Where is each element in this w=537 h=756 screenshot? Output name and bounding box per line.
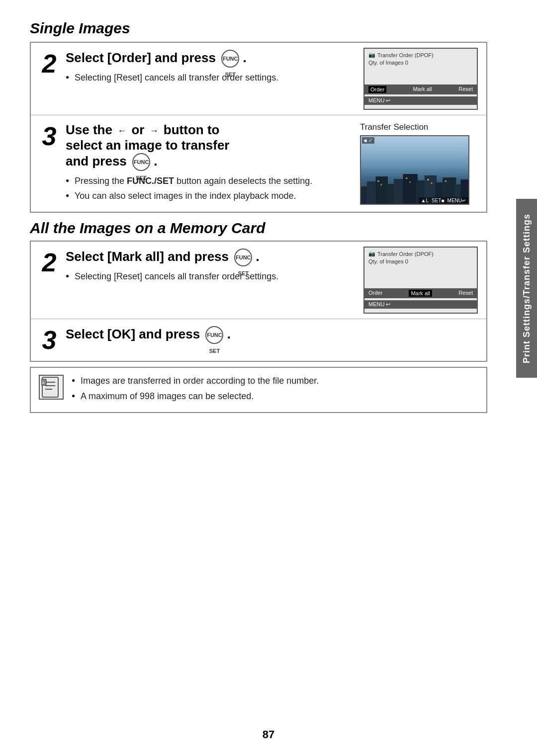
screen-qty-2b: Qty. of Images 0 xyxy=(368,258,473,264)
svg-rect-18 xyxy=(445,180,447,182)
step-3b-side xyxy=(357,319,486,361)
svg-text:≡: ≡ xyxy=(42,381,45,385)
btn-mark-all: Mark all xyxy=(413,86,432,93)
btn-mark-all-2b: Mark all xyxy=(409,290,432,297)
step-3-all: 3 Select [OK] and press FUNCSET . xyxy=(30,319,487,362)
page-content: Single Images 2 Select [Order] and press… xyxy=(0,0,517,756)
screen-qty-2a: Qty. of Images 0 xyxy=(368,60,473,66)
step-2b-content: Select [Mark all] and press FUNCSET . Se… xyxy=(66,242,357,319)
camera-screen-2b: 📷 Transfer Order (DPOF) Qty. of Images 0… xyxy=(363,247,478,314)
image-top-bar: ■ ✓ xyxy=(362,137,374,144)
transfer-screen-container: Transfer Selection xyxy=(360,122,479,205)
step-2-all: 2 Select [Mark all] and press FUNCSET . … xyxy=(30,241,487,319)
single-images-heading: Single Images xyxy=(30,20,487,37)
svg-rect-2 xyxy=(375,176,388,204)
btn-reset-2b: Reset xyxy=(458,290,473,297)
svg-rect-5 xyxy=(403,174,417,204)
note-icon: ≡ xyxy=(39,375,64,400)
func-set-icon-2b: FUNCSET xyxy=(234,249,252,266)
svg-rect-13 xyxy=(380,184,382,185)
note-content: Images are transferred in order accordin… xyxy=(72,375,478,405)
func-set-icon-3b: FUNCSET xyxy=(205,326,223,344)
arrow-left-icon: ← xyxy=(117,126,126,136)
step-2b-title: Select [Mark all] and press FUNCSET . xyxy=(66,249,349,266)
note-block: ≡ Images are transferred in order accord… xyxy=(30,367,487,413)
transfer-label: Transfer Selection xyxy=(360,122,479,132)
bullet-item: Selecting [Reset] cancels all transfer o… xyxy=(66,270,349,283)
btn-order: Order xyxy=(368,86,386,93)
bullet-item: You can also select images in the index … xyxy=(66,190,347,202)
step-2a-bullets: Selecting [Reset] cancels all transfer o… xyxy=(66,72,349,84)
screen-title-2a: 📷 Transfer Order (DPOF) xyxy=(368,52,473,58)
screen-menu-2b: MENU ↩ xyxy=(364,300,477,309)
screen-buttons-2a: Order Mark all Reset xyxy=(364,84,477,94)
svg-rect-12 xyxy=(377,180,379,182)
note-bullet-2: A maximum of 998 images can be selected. xyxy=(72,390,478,403)
note-bullet-1: Images are transferred in order accordin… xyxy=(72,375,478,387)
step-3a-side: Transfer Selection xyxy=(355,115,486,212)
step-3-single: 3 Use the ← or → button toselect an imag… xyxy=(30,115,487,213)
all-images-heading: All the Images on a Memory Card xyxy=(30,220,487,237)
step-3a-content: Use the ← or → button toselect an image … xyxy=(66,115,355,212)
svg-rect-16 xyxy=(428,179,429,180)
step-3b-title: Select [OK] and press FUNCSET . xyxy=(66,326,349,344)
step-3a-bullets: Pressing the FUNC./SET button again dese… xyxy=(66,175,347,202)
step-2b-bullets: Selecting [Reset] cancels all transfer o… xyxy=(66,270,349,283)
svg-rect-17 xyxy=(431,182,432,184)
note-svg: ≡ xyxy=(41,376,61,398)
btn-reset: Reset xyxy=(458,86,473,93)
page-number: 87 xyxy=(263,728,274,741)
arrow-right-icon: → xyxy=(150,126,159,136)
btn-order-2b: Order xyxy=(368,290,382,297)
func-set-icon-2a: FUNCSET xyxy=(221,50,239,68)
image-bottom-bar: ▲L SET■ MENU↵ xyxy=(419,197,468,204)
note-bullets: Images are transferred in order accordin… xyxy=(72,375,478,402)
svg-rect-4 xyxy=(394,179,405,204)
step-number-2b: 2 xyxy=(31,242,66,319)
sidebar-tab: Print Settings/Transfer Settings xyxy=(516,199,537,378)
step-2b-side: 📷 Transfer Order (DPOF) Qty. of Images 0… xyxy=(357,242,486,319)
sidebar-tab-text: Print Settings/Transfer Settings xyxy=(522,213,532,363)
screen-title-2b: 📷 Transfer Order (DPOF) xyxy=(368,251,473,257)
step-2a-content: Select [Order] and press FUNCSET . Selec… xyxy=(66,43,357,115)
step-3b-content: Select [OK] and press FUNCSET . xyxy=(66,319,357,361)
step-number-3a: 3 xyxy=(31,115,66,212)
step-2a-title: Select [Order] and press FUNCSET . xyxy=(66,50,349,68)
svg-rect-14 xyxy=(406,177,407,179)
svg-rect-15 xyxy=(409,181,411,183)
screen-menu-2a: MENU ↩ xyxy=(364,96,477,105)
func-set-icon-3a: FUNCSET xyxy=(132,153,150,171)
bullet-item: Pressing the FUNC./SET button again dese… xyxy=(66,175,347,187)
step-number-2a: 2 xyxy=(31,43,66,115)
step-2-single: 2 Select [Order] and press FUNCSET . Sel… xyxy=(30,42,487,115)
camera-screen-2a: 📷 Transfer Order (DPOF) Qty. of Images 0… xyxy=(363,48,478,110)
step-2a-side: 📷 Transfer Order (DPOF) Qty. of Images 0… xyxy=(357,43,486,115)
transfer-image-box: ■ ✓ ▲L SET■ MENU↵ xyxy=(360,135,469,205)
step-3a-title: Use the ← or → button toselect an image … xyxy=(66,122,347,171)
step-number-3b: 3 xyxy=(31,319,66,361)
screen-buttons-2b: Order Mark all Reset xyxy=(364,288,477,298)
bullet-item: Selecting [Reset] cancels all transfer o… xyxy=(66,72,349,84)
svg-rect-1 xyxy=(367,181,377,204)
